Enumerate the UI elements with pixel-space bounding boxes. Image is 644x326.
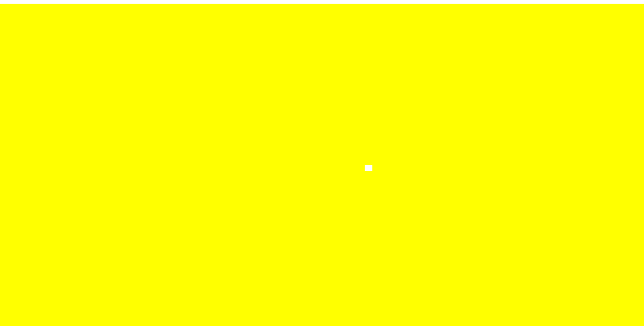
event-caption [40,193,59,204]
top-leaderboards [0,0,644,4]
bottom-leaderboard [365,165,372,171]
